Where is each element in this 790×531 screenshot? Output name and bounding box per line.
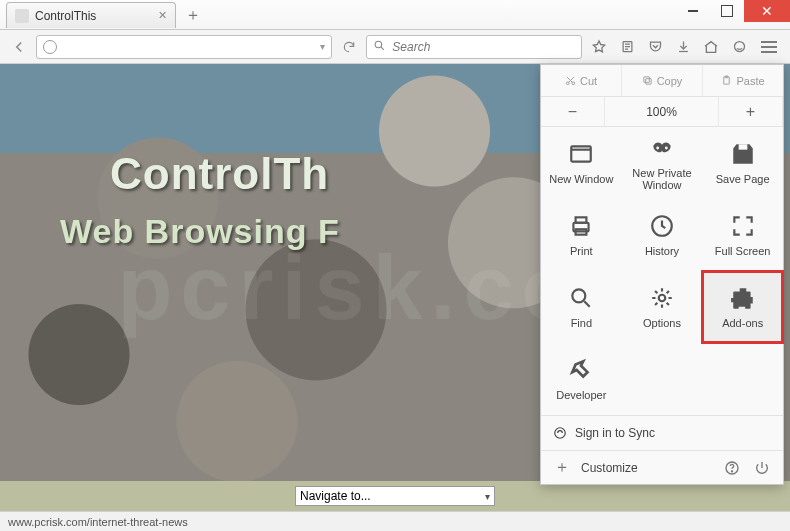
menu-cut[interactable]: Cut	[541, 65, 622, 96]
menu-copy-label: Copy	[657, 75, 683, 87]
zoom-level: 100%	[605, 97, 719, 126]
search-box[interactable]	[366, 35, 582, 59]
url-bar[interactable]: ▾	[36, 35, 332, 59]
menu-paste-label: Paste	[736, 75, 764, 87]
globe-icon	[43, 40, 57, 54]
power-icon[interactable]	[751, 457, 773, 479]
hero-subtitle: Web Browsing F	[60, 212, 340, 251]
menu-empty2	[702, 343, 783, 415]
menu-addons[interactable]: Add-ons	[702, 271, 783, 343]
downloads-icon[interactable]	[670, 34, 696, 60]
svg-point-19	[555, 428, 566, 439]
browser-tab[interactable]: ControlThis ✕	[6, 2, 176, 28]
menu-copy[interactable]: Copy	[622, 65, 703, 96]
customize-plus-icon[interactable]: ＋	[551, 457, 573, 479]
tab-title: ControlThis	[35, 9, 96, 23]
new-tab-button[interactable]: ＋	[180, 4, 206, 26]
svg-point-21	[731, 470, 732, 471]
sync-icon	[553, 426, 567, 440]
search-icon	[373, 38, 386, 56]
home-icon[interactable]	[698, 34, 724, 60]
tab-close-icon[interactable]: ✕	[158, 9, 167, 22]
window-close-button[interactable]: ✕	[744, 0, 790, 22]
chevron-down-icon: ▾	[485, 491, 490, 502]
url-dropdown-icon[interactable]: ▾	[320, 41, 325, 52]
app-menu-panel: Cut Copy Paste − 100% + New Window New P…	[540, 64, 784, 485]
hero-title: ControlTh	[110, 149, 329, 199]
window-maximize-button[interactable]	[710, 0, 744, 22]
window-minimize-button[interactable]	[676, 0, 710, 22]
page-nav-strip: Navigate to... ▾	[0, 481, 790, 511]
menu-history[interactable]: History	[622, 199, 703, 271]
titlebar: ControlThis ✕ ＋ ✕	[0, 0, 790, 30]
menu-developer-label: Developer	[556, 389, 606, 401]
svg-rect-14	[576, 217, 587, 222]
svg-point-11	[665, 146, 668, 149]
navigate-select[interactable]: Navigate to... ▾	[295, 486, 495, 506]
svg-rect-6	[643, 77, 649, 83]
menu-options[interactable]: Options	[622, 271, 703, 343]
menu-button[interactable]	[754, 34, 784, 60]
svg-point-17	[573, 289, 586, 302]
navigate-select-label: Navigate to...	[300, 489, 371, 503]
menu-cut-label: Cut	[580, 75, 597, 87]
svg-point-2	[734, 42, 744, 52]
navbar: ▾	[0, 30, 790, 64]
menu-new-private-window[interactable]: New Private Window	[622, 127, 703, 199]
search-input[interactable]	[392, 40, 575, 54]
menu-new-window[interactable]: New Window	[541, 127, 622, 199]
menu-find-label: Find	[571, 317, 592, 329]
zoom-in-button[interactable]: +	[719, 97, 783, 126]
status-text: www.pcrisk.com/internet-threat-news	[8, 516, 188, 528]
bookmark-star-icon[interactable]	[586, 34, 612, 60]
tab-strip: ControlThis ✕ ＋	[0, 0, 206, 28]
menu-save-page[interactable]: Save Page	[702, 127, 783, 199]
zoom-out-button[interactable]: −	[541, 97, 605, 126]
menu-zoom-row: − 100% +	[541, 97, 783, 127]
menu-edit-row: Cut Copy Paste	[541, 65, 783, 97]
menu-sign-in[interactable]: Sign in to Sync	[541, 416, 783, 450]
menu-sign-in-label: Sign in to Sync	[575, 426, 655, 440]
svg-rect-5	[645, 79, 651, 85]
menu-developer[interactable]: Developer	[541, 343, 622, 415]
menu-print-label: Print	[570, 245, 593, 257]
menu-new-window-label: New Window	[549, 173, 613, 185]
svg-point-10	[656, 146, 659, 149]
menu-find[interactable]: Find	[541, 271, 622, 343]
smiley-icon[interactable]	[726, 34, 752, 60]
menu-paste[interactable]: Paste	[703, 65, 783, 96]
help-icon[interactable]	[721, 457, 743, 479]
menu-full-screen-label: Full Screen	[715, 245, 771, 257]
menu-options-label: Options	[643, 317, 681, 329]
svg-rect-12	[738, 144, 747, 149]
pocket-icon[interactable]	[642, 34, 668, 60]
menu-grid: New Window New Private Window Save Page …	[541, 127, 783, 415]
window-controls: ✕	[676, 0, 790, 22]
menu-bottom-row: ＋ Customize	[541, 450, 783, 484]
menu-new-private-label: New Private Window	[632, 167, 691, 191]
reload-button[interactable]	[336, 34, 362, 60]
tab-favicon	[15, 9, 29, 23]
status-bar: www.pcrisk.com/internet-threat-news	[0, 511, 790, 531]
svg-point-18	[659, 295, 666, 302]
menu-print[interactable]: Print	[541, 199, 622, 271]
menu-addons-label: Add-ons	[722, 317, 763, 329]
menu-full-screen[interactable]: Full Screen	[702, 199, 783, 271]
menu-customize-label[interactable]: Customize	[581, 461, 638, 475]
menu-history-label: History	[645, 245, 679, 257]
reading-list-icon[interactable]	[614, 34, 640, 60]
svg-point-0	[375, 41, 382, 48]
toolbar-icons	[586, 34, 784, 60]
menu-empty1	[622, 343, 703, 415]
back-button[interactable]	[6, 34, 32, 60]
menu-save-page-label: Save Page	[716, 173, 770, 185]
